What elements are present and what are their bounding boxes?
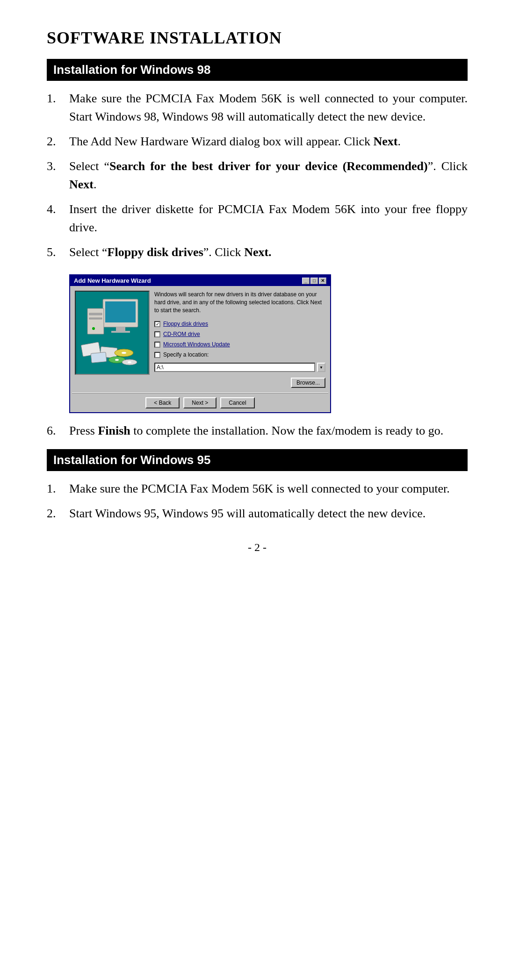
step-content: The Add New Hardware Wizard dialog box w… <box>69 132 468 150</box>
list-item: 2. The Add New Hardware Wizard dialog bo… <box>47 132 468 150</box>
browse-button[interactable]: Browse... <box>291 378 325 388</box>
winupdate-label: Microsoft Windows Update <box>163 341 230 348</box>
list-item: 1. Make sure the PCMCIA Fax Modem 56K is… <box>47 479 468 498</box>
cdrom-label: CD-ROM drive <box>163 331 200 337</box>
step-number: 1. <box>47 479 69 498</box>
step-number: 1. <box>47 89 69 107</box>
dialog-footer: < Back Next > Cancel <box>70 393 330 412</box>
section-header-win95: Installation for Windows 95 <box>47 449 468 471</box>
wizard-illustration <box>75 291 150 375</box>
svg-rect-7 <box>89 318 102 319</box>
dialog-description: Windows will search for new drivers in i… <box>154 291 325 314</box>
step-content: Insert the driver diskette for PCMCIA Fa… <box>69 200 468 236</box>
step-number: 6. <box>47 422 69 440</box>
step-content: Make sure the PCMCIA Fax Modem 56K is we… <box>69 479 468 498</box>
floppy-label: Floppy disk drives <box>163 321 208 327</box>
dialog-body: Windows will search for new drivers in i… <box>70 286 330 393</box>
step6: 6. Press Finish to complete the installa… <box>47 422 468 440</box>
svg-rect-2 <box>105 301 136 322</box>
svg-rect-5 <box>87 308 104 334</box>
dialog-title: Add New Hardware Wizard <box>74 277 151 284</box>
cdrom-checkbox[interactable] <box>154 331 160 337</box>
maximize-button[interactable]: □ <box>310 278 318 284</box>
svg-point-13 <box>122 352 126 354</box>
step-number: 2. <box>47 132 69 150</box>
svg-rect-4 <box>111 331 130 333</box>
step-content: Make sure the PCMCIA Fax Modem 56K is we… <box>69 89 468 126</box>
step6-content: Press Finish to complete the installatio… <box>69 422 468 440</box>
svg-point-8 <box>92 327 95 330</box>
checkbox-group: Floppy disk drives CD-ROM drive Microsof… <box>154 321 325 358</box>
step-number: 2. <box>47 504 69 522</box>
svg-point-15 <box>115 359 119 361</box>
checkbox-floppy[interactable]: Floppy disk drives <box>154 321 325 327</box>
page-title: SOFTWARE INSTALLATION <box>47 28 468 48</box>
svg-point-17 <box>128 361 131 363</box>
back-button[interactable]: < Back <box>145 397 180 408</box>
step-number: 5. <box>47 243 69 261</box>
add-hardware-wizard-dialog: Add New Hardware Wizard _ □ ✕ <box>69 274 331 413</box>
close-button[interactable]: ✕ <box>319 278 326 284</box>
win95-steps: 1. Make sure the PCMCIA Fax Modem 56K is… <box>47 479 468 522</box>
dialog-content: Windows will search for new drivers in i… <box>154 291 325 388</box>
minimize-button[interactable]: _ <box>302 278 310 284</box>
list-item: 4. Insert the driver diskette for PCMCIA… <box>47 200 468 236</box>
step-content: Select “Floppy disk drives”. Click Next. <box>69 243 468 261</box>
step-number: 4. <box>47 200 69 218</box>
dropdown-arrow[interactable]: ▼ <box>317 363 325 372</box>
winupdate-checkbox[interactable] <box>154 342 160 348</box>
checkbox-cdrom[interactable]: CD-ROM drive <box>154 331 325 337</box>
list-item: 1. Make sure the PCMCIA Fax Modem 56K is… <box>47 89 468 126</box>
cancel-button[interactable]: Cancel <box>220 397 254 408</box>
step-number: 3. <box>47 157 69 175</box>
location-label: Specify a location: <box>163 351 209 358</box>
step-content: Start Windows 95, Windows 95 will automa… <box>69 504 468 522</box>
step-content: Select “Search for the best driver for y… <box>69 157 468 193</box>
titlebar-buttons[interactable]: _ □ ✕ <box>302 278 326 284</box>
dialog-wrapper: Add New Hardware Wizard _ □ ✕ <box>69 274 331 413</box>
location-value: A:\ <box>157 364 164 371</box>
svg-rect-11 <box>91 352 107 363</box>
section-header-win98: Installation for Windows 98 <box>47 59 468 81</box>
checkbox-winupdate[interactable]: Microsoft Windows Update <box>154 341 325 348</box>
floppy-checkbox[interactable] <box>154 321 160 327</box>
svg-rect-6 <box>89 313 102 315</box>
win98-steps: 1. Make sure the PCMCIA Fax Modem 56K is… <box>47 89 468 261</box>
dialog-titlebar: Add New Hardware Wizard _ □ ✕ <box>70 275 330 286</box>
page-number: - 2 - <box>47 541 468 554</box>
checkbox-location[interactable]: Specify a location: <box>154 351 325 358</box>
list-item: 2. Start Windows 95, Windows 95 will aut… <box>47 504 468 522</box>
list-item: 3. Select “Search for the best driver fo… <box>47 157 468 193</box>
next-button[interactable]: Next > <box>183 397 216 408</box>
list-item: 5. Select “Floppy disk drives”. Click Ne… <box>47 243 468 261</box>
location-row: A:\ ▼ <box>154 363 325 372</box>
location-input[interactable]: A:\ <box>154 363 315 372</box>
location-checkbox[interactable] <box>154 352 160 358</box>
svg-rect-3 <box>116 327 125 331</box>
